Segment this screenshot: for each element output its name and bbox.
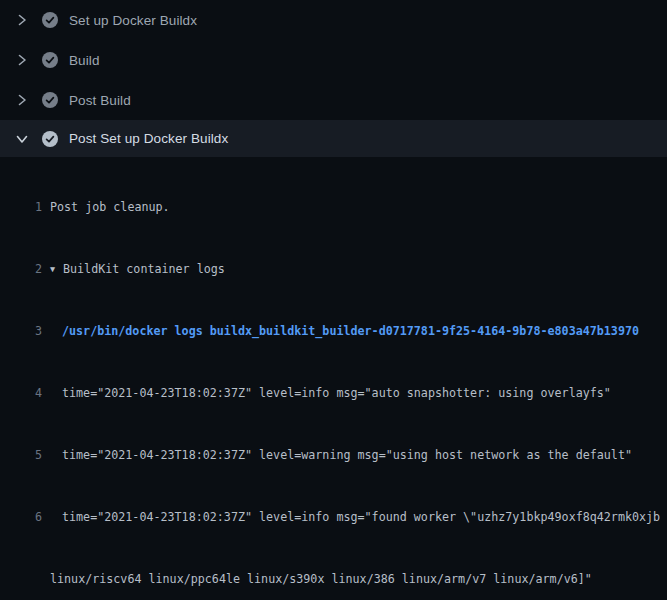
check-circle-icon (42, 52, 58, 68)
step-header-set-up-docker-buildx[interactable]: Set up Docker Buildx (0, 0, 667, 40)
log-line: 5 time="2021-04-23T18:02:37Z" level=warn… (0, 445, 667, 465)
step-header-post-set-up-docker-buildx[interactable]: Post Set up Docker Buildx (0, 120, 667, 157)
step-label: Post Build (69, 93, 131, 108)
log-text: /usr/bin/docker logs buildx_buildkit_bui… (62, 324, 639, 338)
log-line: 2 ▼BuildKit container logs (0, 259, 667, 279)
chevron-right-icon[interactable] (14, 94, 30, 106)
step-label: Set up Docker Buildx (69, 13, 197, 28)
log-line-text: time="2021-04-23T18:02:37Z" level=info m… (62, 507, 660, 527)
log-line-text: time="2021-04-23T18:02:37Z" level=info m… (62, 383, 611, 403)
log-line-number[interactable]: 3 (0, 321, 42, 341)
log-line-text: Post job cleanup. (50, 197, 170, 217)
log-line: 3 /usr/bin/docker logs buildx_buildkit_b… (0, 321, 667, 341)
step-label: Build (69, 53, 100, 68)
log-line: 4 time="2021-04-23T18:02:37Z" level=info… (0, 383, 667, 403)
step-list: Set up Docker Buildx Build Post Build (0, 0, 667, 157)
log-line-number[interactable] (0, 569, 42, 589)
log-text: time="2021-04-23T18:02:37Z" level=info m… (62, 510, 660, 524)
log-output[interactable]: 1 Post job cleanup. 2 ▼BuildKit containe… (0, 157, 667, 600)
log-line-text: /usr/bin/docker logs buildx_buildkit_bui… (62, 321, 639, 341)
chevron-right-icon[interactable] (14, 14, 30, 26)
workflow-log-panel: Set up Docker Buildx Build Post Build (0, 0, 667, 600)
log-line: linux/riscv64 linux/ppc64le linux/s390x … (0, 569, 667, 589)
check-circle-icon (42, 12, 58, 28)
log-line-text: time="2021-04-23T18:02:37Z" level=warnin… (62, 445, 632, 465)
check-circle-icon (42, 131, 58, 147)
log-text: time="2021-04-23T18:02:37Z" level=warnin… (62, 448, 632, 462)
log-line-text: linux/riscv64 linux/ppc64le linux/s390x … (50, 569, 592, 589)
log-line-text: ▼BuildKit container logs (50, 259, 225, 279)
chevron-down-icon[interactable] (14, 134, 30, 144)
chevron-right-icon[interactable] (14, 54, 30, 66)
log-line-number[interactable]: 6 (0, 507, 42, 527)
log-text: BuildKit container logs (63, 262, 225, 276)
log-text: linux/riscv64 linux/ppc64le linux/s390x … (50, 572, 592, 586)
log-text: Post job cleanup. (50, 200, 170, 214)
log-line-number[interactable]: 2 (0, 259, 42, 279)
check-circle-icon (42, 92, 58, 108)
step-header-post-build[interactable]: Post Build (0, 80, 667, 120)
log-line: 6 time="2021-04-23T18:02:37Z" level=info… (0, 507, 667, 527)
step-header-build[interactable]: Build (0, 40, 667, 80)
log-line-number[interactable]: 4 (0, 383, 42, 403)
group-collapse-icon[interactable]: ▼ (50, 259, 63, 279)
step-label: Post Set up Docker Buildx (69, 131, 228, 146)
log-line-number[interactable]: 1 (0, 197, 42, 217)
log-line: 1 Post job cleanup. (0, 197, 667, 217)
log-text: time="2021-04-23T18:02:37Z" level=info m… (62, 386, 611, 400)
log-line-number[interactable]: 5 (0, 445, 42, 465)
